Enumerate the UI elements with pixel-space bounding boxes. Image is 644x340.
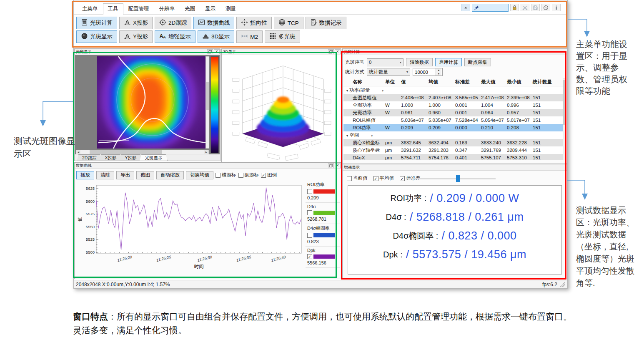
- table-row[interactable]: ROI总幅值5.036e+075.035e+077.528e+045.054e+…: [343, 116, 563, 124]
- beam-horizontal-scrollbar[interactable]: ◄ ►: [76, 150, 209, 154]
- info-icon[interactable]: [552, 4, 561, 11]
- calc-button-清除数据[interactable]: 清除数据: [406, 58, 433, 66]
- menu-tab-配置管理[interactable]: 配置管理: [123, 3, 154, 15]
- stat-count-spinner[interactable]: ▲▼: [413, 68, 443, 76]
- menu-tab-显示[interactable]: 显示: [200, 3, 221, 15]
- table-row[interactable]: ROI功率W0.2090.2090.0000.2100.208151: [343, 124, 563, 131]
- filter-dropdown-icon[interactable]: ▾: [382, 89, 384, 92]
- toolbar-button-光斑计算[interactable]: 光斑计算: [76, 17, 117, 29]
- filter-dropdown-icon[interactable]: ▾: [371, 134, 373, 137]
- toolbar-button-数据曲线[interactable]: 数据曲线: [193, 17, 234, 29]
- row-name: 光斑功率: [343, 110, 385, 116]
- beam-vertical-scrollbar[interactable]: [205, 56, 209, 149]
- spot-tab-Y投影[interactable]: Y投影: [119, 154, 142, 161]
- font-size-slider[interactable]: [406, 178, 496, 179]
- curve-button-切换均值[interactable]: 切换均值: [186, 171, 213, 179]
- table-scrollbar[interactable]: [563, 78, 566, 160]
- toolbar-button-指向性[interactable]: 指向性: [236, 17, 272, 29]
- curve-button-清除[interactable]: 清除: [96, 171, 114, 179]
- surface-3d-plot[interactable]: [222, 55, 341, 164]
- toolbar-button-X投影[interactable]: X投影: [119, 17, 153, 29]
- checkbox-unchecked-icon[interactable]: [238, 173, 243, 178]
- checkbox-checked-icon[interactable]: ✓: [373, 176, 378, 181]
- curve-button-自动缩放[interactable]: 自动缩放: [156, 171, 184, 179]
- table-group-row[interactable]: ▾ 功率/能量 ▾: [343, 86, 563, 94]
- enhanced-checkbox-当前值[interactable]: 当前值: [347, 175, 368, 181]
- spot-view-tabs: 2D跟踪X投影Y投影光斑显示: [75, 154, 220, 161]
- slider-handle[interactable]: [456, 175, 460, 182]
- spot-seq-label: 光斑序号: [345, 59, 364, 65]
- intensity-colorbar: [210, 56, 219, 153]
- table-row[interactable]: 光斑功率W0.9610.9600.0010.9640.957151: [343, 109, 563, 116]
- checkbox-checked-icon[interactable]: ✓: [400, 176, 405, 181]
- checkbox-checked-icon[interactable]: ✓: [261, 173, 266, 178]
- row-cell: 5755.107: [481, 155, 507, 160]
- float-panel-icon[interactable]: [207, 49, 213, 54]
- resize-grip[interactable]: [560, 282, 565, 287]
- projection-icon: [124, 19, 131, 27]
- toolbar-button-3D显示[interactable]: 3D显示: [198, 30, 234, 43]
- scroll-right-icon[interactable]: ►: [204, 150, 208, 154]
- menu-tab-分辨率[interactable]: 分辨率: [154, 3, 180, 15]
- legend-color-bar: [313, 211, 335, 215]
- table-row[interactable]: D4σXμm5754.7115754.1760.4015755.1075753.…: [343, 154, 563, 160]
- spot-tab-2D跟踪[interactable]: 2D跟踪: [77, 154, 102, 161]
- table-row[interactable]: 全图功率W1.0001.0000.0011.0040.996151: [343, 101, 563, 109]
- close-icon[interactable]: ×: [335, 49, 341, 54]
- checkbox-unchecked-icon[interactable]: [347, 176, 352, 181]
- table-row[interactable]: 质心X轴坐标μm3632.6453632.4940.1633633.240363…: [343, 139, 563, 146]
- curve-checkbox-图例[interactable]: ✓图例: [261, 172, 277, 178]
- checkbox-unchecked-icon[interactable]: [307, 233, 312, 238]
- enhanced-checkbox-平均值[interactable]: ✓平均值: [373, 175, 394, 181]
- stat-mode-select[interactable]: 统计数量▾: [367, 68, 410, 76]
- beam-image[interactable]: [97, 56, 208, 149]
- float-panel-icon[interactable]: [328, 49, 334, 54]
- spinner-arrows-icon[interactable]: ▲▼: [436, 68, 441, 76]
- scissors-icon[interactable]: [521, 4, 529, 11]
- spot-tab-光斑显示[interactable]: 光斑显示: [139, 154, 168, 161]
- calc-button-断点采集[interactable]: 断点采集: [464, 58, 491, 66]
- float-panel-icon[interactable]: [328, 163, 334, 168]
- stat-count-input[interactable]: [413, 68, 436, 76]
- data-curve-icon: [198, 19, 205, 27]
- menu-tab-工具[interactable]: 工具: [103, 3, 123, 15]
- toolbar-button-增强显示[interactable]: AA增强显示: [155, 30, 195, 43]
- toolbar-button-TCP[interactable]: TCP: [274, 17, 303, 29]
- calc-button-启用计算[interactable]: 启用计算: [435, 58, 462, 66]
- menu-tab-光圈[interactable]: 光圈: [180, 3, 200, 15]
- collapse-up-icon[interactable]: [461, 4, 470, 11]
- toolbar-button-M2[interactable]: M2: [236, 30, 263, 43]
- close-icon[interactable]: ×: [214, 49, 220, 54]
- curve-button-导出[interactable]: 导出: [116, 171, 134, 179]
- close-icon[interactable]: ×: [335, 163, 341, 168]
- checkbox-unchecked-icon[interactable]: [307, 189, 312, 194]
- menu-tab-测量[interactable]: 测量: [221, 3, 241, 15]
- table-group-row[interactable]: ▾ 空间 ▾: [343, 131, 563, 139]
- save-icon[interactable]: [531, 4, 540, 11]
- curve-checkbox-横游标[interactable]: 横游标: [216, 172, 236, 178]
- table-row[interactable]: 全图总幅值2.408e+082.407e+083.565e+052.417e+0…: [343, 94, 563, 101]
- curve-button-截图[interactable]: 截图: [136, 171, 154, 179]
- pin-icon[interactable]: [472, 4, 509, 12]
- toolbar-button-数据记录[interactable]: 数据记录: [306, 17, 346, 29]
- checkbox-unchecked-icon[interactable]: [307, 210, 312, 215]
- svg-text:11:25:25: 11:25:25: [156, 254, 172, 263]
- trend-chart[interactable]: 55005525555055755600562511:25:2011:25:25…: [75, 180, 305, 280]
- menu-tab-主菜单[interactable]: 主菜单: [77, 3, 103, 15]
- checkbox-checked-icon[interactable]: ✓: [307, 254, 312, 259]
- table-row[interactable]: 质心Y轴坐标μm3291.6323291.2830.3473291.769328…: [343, 146, 563, 154]
- history-icon[interactable]: [541, 4, 550, 11]
- spot-tab-X投影[interactable]: X投影: [99, 154, 122, 161]
- toolbar-button-label: TCP: [288, 20, 299, 26]
- row-cell: 0.996: [507, 103, 533, 108]
- curve-button-播放[interactable]: 播放: [76, 171, 94, 179]
- toolbar-button-多光斑[interactable]: 多光斑: [265, 30, 300, 43]
- toolbar-button-Y投影[interactable]: Y投影: [119, 30, 153, 43]
- toolbar-button-光斑显示[interactable]: 光斑显示: [76, 30, 117, 43]
- checkbox-unchecked-icon[interactable]: [216, 173, 221, 178]
- curve-checkbox-纵游标[interactable]: 纵游标: [238, 172, 259, 178]
- spot-seq-select[interactable]: 0▾: [367, 58, 403, 66]
- toolbar-button-2D跟踪[interactable]: 2D跟踪: [155, 17, 191, 29]
- lock-icon[interactable]: [510, 4, 519, 11]
- svg-text:5525: 5525: [86, 237, 95, 242]
